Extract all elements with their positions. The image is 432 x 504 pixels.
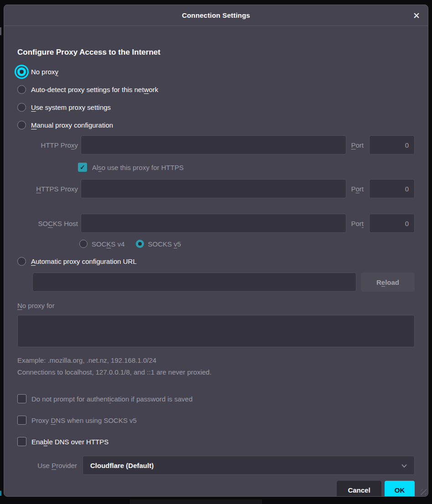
ok-button[interactable]: OK	[385, 481, 415, 497]
radio-autodetect-label: Auto-detect proxy settings for this netw…	[31, 86, 158, 93]
background-page-sliver-cyan	[0, 491, 1, 496]
socks-host-row: SOCKS Host Port	[17, 214, 415, 233]
background-page-strip	[130, 499, 262, 504]
checkbox-no-prompt-auth[interactable]: Do not prompt for authentication if pass…	[17, 394, 415, 404]
radio-system-proxy[interactable]: Use system proxy settings	[17, 100, 415, 114]
socks-v5-label: SOCKS v5	[148, 240, 181, 248]
socks-port-label: Port	[351, 220, 364, 227]
radio-autoconfig-label: Automatic proxy configuration URL	[31, 257, 137, 265]
https-proxy-label: HTTPS Proxy	[17, 185, 78, 193]
provider-dropdown-value: Cloudflare (Default)	[90, 462, 154, 469]
reload-button[interactable]: Reload	[361, 273, 415, 292]
close-icon[interactable]: ✕	[413, 11, 420, 20]
radio-icon[interactable]	[79, 240, 87, 248]
checkbox-icon[interactable]	[17, 437, 26, 446]
resize-grip[interactable]	[421, 489, 427, 495]
provider-row: Use Provider Cloudflare (Default)	[17, 456, 415, 475]
background-page-sliver-top	[0, 27, 1, 35]
socks-version-row: SOCKS v4 SOCKS v5	[79, 238, 415, 249]
checkbox-checked-icon[interactable]: ✓	[78, 163, 87, 172]
checkbox-proxy-dns[interactable]: Proxy DNS when using SOCKS v5	[17, 415, 415, 425]
page-title: Configure Proxy Access to the Internet	[17, 47, 415, 58]
radio-manual-proxy-label: Manual proxy configuration	[31, 121, 113, 129]
no-proxy-note-text: Connections to localhost, 127.0.0.1/8, a…	[17, 368, 415, 377]
autoconfig-url-row: Reload	[32, 273, 415, 292]
radio-socks-v5[interactable]: SOCKS v5	[136, 240, 181, 248]
radio-autodetect[interactable]: Auto-detect proxy settings for this netw…	[17, 82, 415, 96]
radio-icon[interactable]	[17, 103, 26, 112]
radio-selected-icon[interactable]	[17, 67, 26, 76]
dialog-content: Configure Proxy Access to the Internet N…	[4, 47, 428, 497]
http-proxy-row: HTTP Proxy Port	[17, 135, 415, 154]
socks-host-label: SOCKS Host	[17, 220, 78, 227]
no-proxy-for-label: No proxy for	[17, 302, 415, 311]
dialog-titlebar: Connection Settings ✕	[4, 5, 428, 26]
checkbox-enable-doh[interactable]: Enable DNS over HTTPS	[17, 437, 415, 447]
also-https-label: Also use this proxy for HTTPS	[92, 164, 184, 171]
autoconfig-url-input[interactable]	[32, 273, 356, 292]
no-proxy-for-textarea[interactable]	[17, 315, 415, 347]
radio-icon[interactable]	[17, 85, 26, 94]
radio-manual-proxy[interactable]: Manual proxy configuration	[17, 118, 415, 132]
chevron-down-icon	[401, 462, 408, 469]
socks-v4-label: SOCKS v4	[92, 240, 125, 248]
radio-system-proxy-label: Use system proxy settings	[31, 103, 111, 111]
https-port-input[interactable]	[369, 179, 415, 198]
https-proxy-row: HTTPS Proxy Port	[17, 179, 415, 198]
radio-autoconfig-url[interactable]: Automatic proxy configuration URL	[17, 254, 415, 268]
https-port-label: Port	[351, 185, 364, 193]
proxy-dns-label: Proxy DNS when using SOCKS v5	[31, 417, 137, 424]
enable-doh-label: Enable DNS over HTTPS	[31, 438, 108, 446]
provider-dropdown[interactable]: Cloudflare (Default)	[82, 456, 415, 475]
dialog-title: Connection Settings	[182, 11, 250, 19]
http-port-label: Port	[351, 141, 364, 149]
connection-settings-dialog: Connection Settings ✕ Configure Proxy Ac…	[4, 5, 428, 497]
http-proxy-label: HTTP Proxy	[17, 141, 78, 149]
socks-host-input[interactable]	[81, 214, 346, 233]
radio-icon[interactable]	[17, 121, 26, 129]
checkbox-icon[interactable]	[17, 416, 26, 425]
dialog-actions: Cancel OK	[17, 481, 415, 497]
radio-no-proxy-label: No proxy	[31, 68, 58, 76]
checkbox-icon[interactable]	[17, 394, 26, 403]
no-proxy-example-text: Example: .mozilla.org, .net.nz, 192.168.…	[17, 356, 415, 365]
http-proxy-input[interactable]	[81, 135, 346, 154]
https-proxy-input[interactable]	[81, 179, 346, 198]
no-prompt-auth-label: Do not prompt for authentication if pass…	[31, 395, 193, 403]
use-provider-label: Use Provider	[17, 462, 77, 469]
radio-socks-v4[interactable]: SOCKS v4	[79, 240, 125, 248]
socks-port-input[interactable]	[369, 214, 415, 233]
cancel-button[interactable]: Cancel	[337, 481, 381, 497]
also-https-checkbox-row[interactable]: ✓ Also use this proxy for HTTPS	[78, 162, 415, 172]
radio-no-proxy[interactable]: No proxy	[17, 65, 415, 78]
radio-selected-icon[interactable]	[136, 240, 144, 248]
http-port-input[interactable]	[369, 135, 415, 154]
radio-icon[interactable]	[17, 257, 26, 266]
